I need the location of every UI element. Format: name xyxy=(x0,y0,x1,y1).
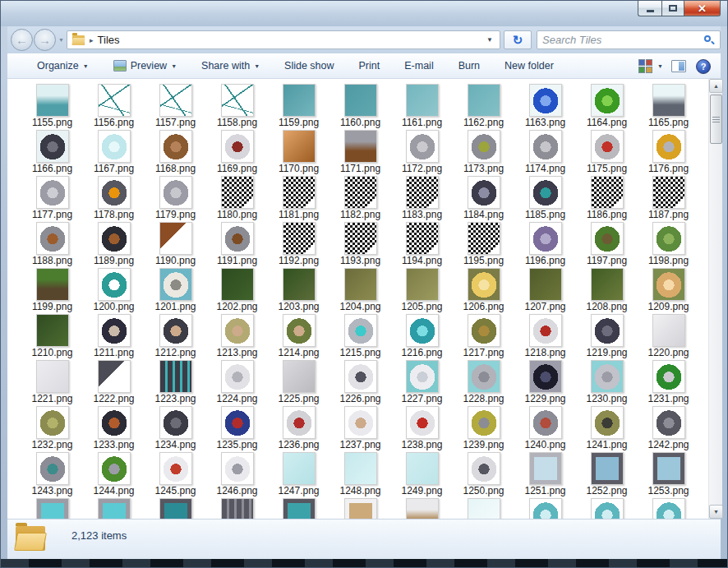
file-tile[interactable] xyxy=(576,496,638,519)
file-tile[interactable]: 1166.png xyxy=(21,128,83,174)
file-tile[interactable]: 1156.png xyxy=(83,82,145,128)
scroll-down-button[interactable]: ▼ xyxy=(709,505,723,519)
file-tile[interactable]: 1213.png xyxy=(206,312,268,358)
file-tile[interactable]: 1253.png xyxy=(638,450,699,496)
file-tile[interactable]: 1225.png xyxy=(268,358,329,404)
file-tile[interactable]: 1179.png xyxy=(145,174,206,220)
help-button[interactable]: ? xyxy=(696,59,711,74)
views-dropdown-icon[interactable]: ▼ xyxy=(657,63,663,69)
file-tile[interactable]: 1196.png xyxy=(514,220,576,266)
file-tile[interactable] xyxy=(453,496,514,519)
file-tile[interactable]: 1212.png xyxy=(145,312,206,358)
file-tile[interactable]: 1186.png xyxy=(576,174,638,220)
file-tile[interactable]: 1210.png xyxy=(21,312,83,358)
file-tile[interactable]: 1249.png xyxy=(391,450,453,496)
file-tile[interactable] xyxy=(268,496,329,519)
file-tile[interactable]: 1160.png xyxy=(329,82,391,128)
file-tile[interactable]: 1230.png xyxy=(576,358,638,404)
file-tile[interactable]: 1155.png xyxy=(21,82,83,128)
file-tile[interactable]: 1199.png xyxy=(21,266,83,312)
email-button[interactable]: E-mail xyxy=(404,60,433,72)
file-tile[interactable]: 1251.png xyxy=(514,450,576,496)
file-tile[interactable]: 1231.png xyxy=(638,358,699,404)
file-tile[interactable]: 1165.png xyxy=(638,82,699,128)
file-tile[interactable]: 1204.png xyxy=(329,266,391,312)
file-tile[interactable]: 1234.png xyxy=(145,404,206,450)
file-tile[interactable]: 1215.png xyxy=(329,312,391,358)
file-tile[interactable]: 1242.png xyxy=(638,404,699,450)
file-tile[interactable]: 1200.png xyxy=(83,266,145,312)
file-tile[interactable]: 1226.png xyxy=(329,358,391,404)
file-tile[interactable]: 1235.png xyxy=(206,404,268,450)
file-tile[interactable]: 1182.png xyxy=(329,174,391,220)
file-tile[interactable]: 1180.png xyxy=(206,174,268,220)
file-tile[interactable]: 1246.png xyxy=(206,450,268,496)
file-tile[interactable]: 1175.png xyxy=(576,128,638,174)
file-tile[interactable]: 1208.png xyxy=(576,266,638,312)
file-tile[interactable]: 1228.png xyxy=(453,358,514,404)
file-tile[interactable]: 1195.png xyxy=(453,220,514,266)
file-tile[interactable]: 1250.png xyxy=(453,450,514,496)
file-tile[interactable]: 1218.png xyxy=(514,312,576,358)
file-tile[interactable]: 1216.png xyxy=(391,312,453,358)
file-tile[interactable]: 1221.png xyxy=(21,358,83,404)
file-tile[interactable] xyxy=(638,496,699,519)
file-tile[interactable]: 1185.png xyxy=(514,174,576,220)
file-tile[interactable] xyxy=(514,496,576,519)
file-tile[interactable]: 1167.png xyxy=(83,128,145,174)
file-tile[interactable]: 1172.png xyxy=(391,128,453,174)
file-tile[interactable] xyxy=(83,496,145,519)
file-tile[interactable]: 1203.png xyxy=(268,266,329,312)
file-tile[interactable]: 1219.png xyxy=(576,312,638,358)
file-tile[interactable]: 1171.png xyxy=(329,128,391,174)
file-tile[interactable]: 1168.png xyxy=(145,128,206,174)
file-tile[interactable] xyxy=(329,496,391,519)
file-tile[interactable]: 1174.png xyxy=(514,128,576,174)
maximize-button[interactable] xyxy=(661,1,684,16)
file-tile[interactable]: 1161.png xyxy=(391,82,453,128)
file-tile[interactable]: 1201.png xyxy=(145,266,206,312)
file-tile[interactable] xyxy=(145,496,206,519)
file-tile[interactable]: 1232.png xyxy=(21,404,83,450)
title-bar[interactable]: ✕ xyxy=(1,1,727,26)
file-tile[interactable]: 1224.png xyxy=(206,358,268,404)
organize-button[interactable]: Organize▼ xyxy=(37,60,89,72)
file-tile[interactable]: 1240.png xyxy=(514,404,576,450)
file-tile[interactable]: 1248.png xyxy=(329,450,391,496)
file-tile[interactable]: 1211.png xyxy=(83,312,145,358)
forward-button[interactable]: → xyxy=(34,29,56,51)
file-tile[interactable]: 1194.png xyxy=(391,220,453,266)
change-view-button[interactable] xyxy=(638,59,652,73)
file-tile[interactable]: 1164.png xyxy=(576,82,638,128)
back-button[interactable]: ← xyxy=(11,29,33,51)
preview-pane-button[interactable] xyxy=(671,60,686,72)
file-tile[interactable]: 1190.png xyxy=(145,220,206,266)
file-tile[interactable]: 1252.png xyxy=(576,450,638,496)
file-tile[interactable]: 1173.png xyxy=(453,128,514,174)
file-tile[interactable]: 1237.png xyxy=(329,404,391,450)
file-tile[interactable]: 1206.png xyxy=(453,266,514,312)
history-dropdown-icon[interactable]: ▼ xyxy=(58,37,64,43)
slide-show-button[interactable]: Slide show xyxy=(284,60,334,72)
print-button[interactable]: Print xyxy=(359,60,380,72)
breadcrumb-location[interactable]: Tiles xyxy=(98,34,484,46)
file-tile[interactable]: 1229.png xyxy=(514,358,576,404)
file-tile[interactable]: 1158.png xyxy=(206,82,268,128)
scrollbar-thumb[interactable] xyxy=(710,95,722,144)
address-bar[interactable]: ▸ Tiles ▼ xyxy=(67,30,500,49)
file-tile[interactable]: 1197.png xyxy=(576,220,638,266)
file-tile[interactable]: 1191.png xyxy=(206,220,268,266)
file-tile[interactable]: 1205.png xyxy=(391,266,453,312)
file-tile[interactable]: 1214.png xyxy=(268,312,329,358)
file-tile[interactable]: 1244.png xyxy=(83,450,145,496)
file-tile[interactable] xyxy=(21,496,83,519)
file-tile[interactable] xyxy=(391,496,453,519)
vertical-scrollbar[interactable]: ▲ ▼ xyxy=(708,79,722,519)
refresh-button[interactable]: ↻ xyxy=(504,30,532,49)
file-tile[interactable]: 1239.png xyxy=(453,404,514,450)
file-tile[interactable]: 1209.png xyxy=(638,266,699,312)
file-tile[interactable]: 1247.png xyxy=(268,450,329,496)
file-tile[interactable]: 1163.png xyxy=(514,82,576,128)
file-tile[interactable]: 1159.png xyxy=(268,82,329,128)
file-tile[interactable]: 1169.png xyxy=(206,128,268,174)
